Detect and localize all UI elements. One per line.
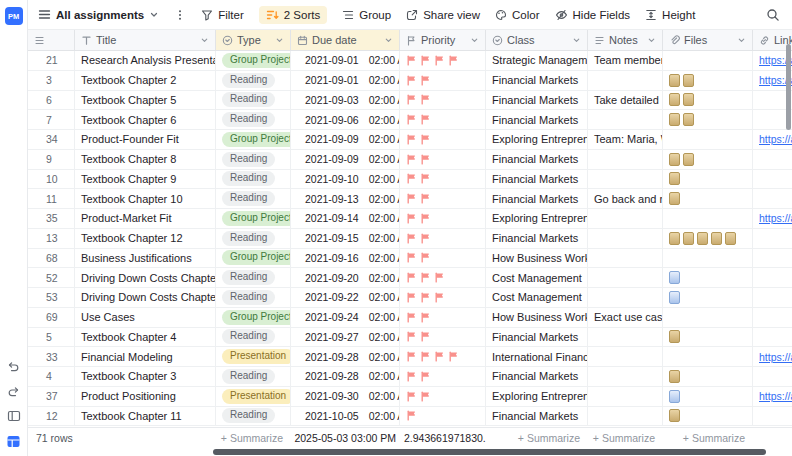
table-row[interactable]: 12Textbook Chapter 11Reading2021-10-0502… — [28, 407, 792, 427]
cell-priority[interactable] — [400, 268, 486, 287]
vertical-scrollbar[interactable] — [786, 44, 791, 130]
cell-priority[interactable] — [400, 249, 486, 268]
cell-type[interactable]: Reading — [216, 170, 291, 189]
cell-due-date[interactable]: 2021-09-2002:00 AM — [291, 268, 400, 287]
cell-title[interactable]: Textbook Chapter 6 — [75, 110, 216, 129]
cell-class[interactable]: Financial Markets — [486, 229, 588, 248]
chevron-down-icon[interactable] — [572, 36, 581, 45]
cell-type[interactable]: Reading — [216, 268, 291, 287]
cell-class[interactable]: Exploring Entrepreneurship — [486, 209, 588, 228]
cell-link[interactable] — [753, 367, 792, 386]
cell-notes[interactable] — [588, 150, 663, 169]
cell-type[interactable]: Presentation — [216, 347, 291, 366]
cell-type[interactable]: Presentation — [216, 387, 291, 406]
cell-due-date[interactable]: 2021-09-2802:00 AM — [291, 347, 400, 366]
header-priority[interactable]: Priority — [400, 30, 486, 50]
cell-files[interactable] — [663, 51, 753, 70]
cell-type[interactable]: Reading — [216, 189, 291, 208]
cell-due-date[interactable]: 2021-09-2802:00 AM — [291, 367, 400, 386]
file-thumbnail[interactable] — [669, 172, 680, 185]
cell-title[interactable]: Textbook Chapter 3 — [75, 367, 216, 386]
cell-files[interactable] — [663, 91, 753, 110]
cell-files[interactable] — [663, 189, 753, 208]
cell-priority[interactable] — [400, 170, 486, 189]
file-thumbnail[interactable] — [683, 232, 694, 245]
cell-notes[interactable] — [588, 249, 663, 268]
cell-class[interactable]: How Business Works — [486, 308, 588, 327]
table-row[interactable]: 5Textbook Chapter 4Reading2021-09-2702:0… — [28, 328, 792, 348]
file-thumbnail[interactable] — [725, 232, 736, 245]
table-row[interactable]: 34Product-Founder FitGroup Project2021-0… — [28, 130, 792, 150]
table-row[interactable]: 69Use CasesGroup Project2021-09-2402:00 … — [28, 308, 792, 328]
cell-priority[interactable] — [400, 189, 486, 208]
cell-notes[interactable] — [588, 229, 663, 248]
cell-priority[interactable] — [400, 407, 486, 426]
cell-title[interactable]: Driving Down Costs Chapter 1 + 2 — [75, 268, 216, 287]
cell-link[interactable] — [753, 189, 792, 208]
cell-files[interactable] — [663, 110, 753, 129]
cell-title[interactable]: Textbook Chapter 9 — [75, 170, 216, 189]
cell-title[interactable]: Textbook Chapter 10 — [75, 189, 216, 208]
link-url[interactable]: https://a — [759, 133, 792, 145]
cell-link[interactable]: https://a — [753, 209, 792, 228]
cell-files[interactable] — [663, 71, 753, 90]
cell-title[interactable]: Product-Market Fit — [75, 209, 216, 228]
cell-files[interactable] — [663, 288, 753, 307]
cell-class[interactable]: Financial Markets — [486, 328, 588, 347]
cell-files[interactable] — [663, 268, 753, 287]
group-button[interactable]: Group — [342, 9, 391, 21]
cell-link[interactable] — [753, 170, 792, 189]
cell-type[interactable]: Reading — [216, 288, 291, 307]
cell-type[interactable]: Group Project — [216, 209, 291, 228]
color-button[interactable]: Color — [495, 9, 539, 21]
cell-due-date[interactable]: 2021-09-0302:00 AM — [291, 91, 400, 110]
file-thumbnail[interactable] — [669, 74, 680, 87]
chevron-down-icon[interactable] — [200, 36, 209, 45]
cell-title[interactable]: Textbook Chapter 5 — [75, 91, 216, 110]
redo-button[interactable] — [5, 382, 23, 400]
cell-notes[interactable]: Take detailed n... — [588, 91, 663, 110]
cell-type[interactable]: Group Project — [216, 249, 291, 268]
cell-link[interactable]: https://a — [753, 347, 792, 366]
cell-type[interactable]: Reading — [216, 71, 291, 90]
cell-files[interactable] — [663, 249, 753, 268]
cell-notes[interactable] — [588, 288, 663, 307]
table-row[interactable]: 10Textbook Chapter 9Reading2021-09-1002:… — [28, 170, 792, 190]
cell-link[interactable] — [753, 407, 792, 426]
file-thumbnail[interactable] — [669, 93, 680, 106]
cell-link[interactable] — [753, 150, 792, 169]
table-row[interactable]: 7Textbook Chapter 6Reading2021-09-0602:0… — [28, 110, 792, 130]
cell-priority[interactable] — [400, 328, 486, 347]
cell-due-date[interactable]: 2021-09-2702:00 AM — [291, 328, 400, 347]
view-switcher[interactable]: All assignments — [38, 8, 159, 21]
table-row[interactable]: 3Textbook Chapter 2Reading2021-09-0102:0… — [28, 71, 792, 91]
cell-files[interactable] — [663, 407, 753, 426]
cell-due-date[interactable]: 2021-09-2202:00 AM — [291, 288, 400, 307]
due-date-summary[interactable]: L... 2025-05-03 03:00 PM — [291, 432, 400, 444]
cell-due-date[interactable]: 2021-09-1302:00 AM — [291, 189, 400, 208]
cell-link[interactable]: https://a — [753, 387, 792, 406]
cell-title[interactable]: Product-Founder Fit — [75, 130, 216, 149]
cell-title[interactable]: Research Analysis Presentation — [75, 51, 216, 70]
cell-files[interactable] — [663, 308, 753, 327]
table-row[interactable]: 37Product PositioningPresentation2021-09… — [28, 387, 792, 407]
cell-class[interactable]: Financial Markets — [486, 91, 588, 110]
cell-type[interactable]: Reading — [216, 328, 291, 347]
cell-priority[interactable] — [400, 130, 486, 149]
cell-files[interactable] — [663, 229, 753, 248]
chevron-down-icon[interactable] — [647, 36, 656, 45]
file-thumbnail[interactable] — [683, 153, 694, 166]
table-row[interactable]: 13Textbook Chapter 12Reading2021-09-1502… — [28, 229, 792, 249]
cell-notes[interactable]: Exact use case... — [588, 308, 663, 327]
cell-class[interactable]: Exploring Entrepreneurship — [486, 130, 588, 149]
file-thumbnail[interactable] — [669, 291, 680, 304]
file-thumbnail[interactable] — [669, 330, 680, 343]
summarize-files-button[interactable]: + Summarize — [663, 432, 753, 444]
cell-priority[interactable] — [400, 51, 486, 70]
chevron-down-icon[interactable] — [384, 36, 393, 45]
cell-title[interactable]: Textbook Chapter 4 — [75, 328, 216, 347]
table-row[interactable]: 11Textbook Chapter 10Reading2021-09-1302… — [28, 189, 792, 209]
cell-priority[interactable] — [400, 308, 486, 327]
table-row[interactable]: 68Business JustificationsGroup Project20… — [28, 249, 792, 269]
cell-title[interactable]: Textbook Chapter 2 — [75, 71, 216, 90]
